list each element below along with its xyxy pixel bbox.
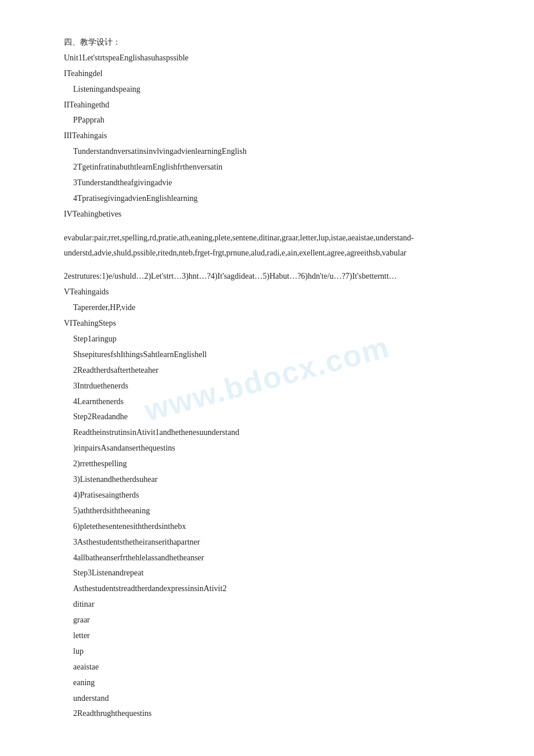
line-26: 3)Listenandhetherdsuhear <box>64 472 488 487</box>
line-27: 4)Pratisesaingtherds <box>64 488 488 503</box>
line-35: graar <box>64 613 488 628</box>
line-10: 4TpratisegivingadvienEnglishlearning <box>64 191 488 206</box>
line-21: 4Learnthenerds <box>64 394 488 409</box>
line-34: ditinar <box>64 597 488 612</box>
line-1: Unit1Let'strtspeaEnglishasuhaspssible <box>64 51 488 66</box>
line-28: 5)aththerdsiththeeaning <box>64 503 488 519</box>
line-29: 6)pletethesentenesiththerdsinthebx <box>64 519 488 534</box>
line-36: letter <box>64 628 488 643</box>
line-20: 3Intrduethenerds <box>64 379 488 394</box>
line-8: 2TgetinfratinabuthtlearnEnglishfrthenver… <box>64 160 488 175</box>
line-32: Step3Listenandrepeat <box>64 566 488 581</box>
line-41: 2Readthrughthequestins <box>64 706 488 721</box>
page-container: www.bdocx.com 四、教学设计： Unit1Let'strtspeaE… <box>0 0 534 756</box>
line-38: aeaistae <box>64 660 488 675</box>
line-5: PPapprah <box>64 113 488 128</box>
line-22: Step2Readandhe <box>64 409 488 424</box>
line-31: 4allbatheanserfrthehlelassandhetheanser <box>64 550 488 566</box>
line-40: understand <box>64 691 488 706</box>
line-24: )rinpairsAsandanserthequestins <box>64 441 488 456</box>
line-37: lup <box>64 644 488 659</box>
line-19: 2Readtherdsaftertheteaher <box>64 363 488 378</box>
line-13: 2estrutures:1)e/ushuld…2)Let'strt…3)hnt…… <box>64 269 488 284</box>
line-17: Step1aringup <box>64 332 488 347</box>
line-18: ShsepituresfshIthingsSahtlearnEnglishell <box>64 347 488 362</box>
line-25: 2)rretthespelling <box>64 456 488 471</box>
blank-1 <box>64 222 488 231</box>
line-3: Listeningandspeaing <box>64 82 488 97</box>
line-4: IITeahingethd <box>64 98 488 113</box>
line-15: Tapererder,HP,vide <box>64 300 488 315</box>
line-30: 3Asthestudentsthetheiranserithapartner <box>64 535 488 550</box>
line-9: 3Tunderstandtheafgivingadvie <box>64 175 488 190</box>
line-23: ReadtheinstrutinsinAtivit1andhethenesuun… <box>64 425 488 440</box>
line-heading: 四、教学设计： <box>64 35 488 50</box>
line-6: IIITeahingais <box>64 128 488 143</box>
line-2: ITeahingdel <box>64 66 488 81</box>
line-16: VITeahingSteps <box>64 316 488 331</box>
blank-2 <box>64 261 488 269</box>
line-11: IVTeahingbetives <box>64 207 488 222</box>
line-7: Tunderstandnversatinsinvlvingadvienlearn… <box>64 144 488 159</box>
content-block: 四、教学设计： Unit1Let'strtspeaEnglishasuhasps… <box>64 35 488 721</box>
line-39: eaning <box>64 675 488 690</box>
line-14: VTeahingaids <box>64 285 488 300</box>
line-12: evabular:pair,rret,spelling,rd,pratie,at… <box>64 231 488 261</box>
line-33: AsthestudentstreadtherdandexpressinsinAt… <box>64 581 488 596</box>
